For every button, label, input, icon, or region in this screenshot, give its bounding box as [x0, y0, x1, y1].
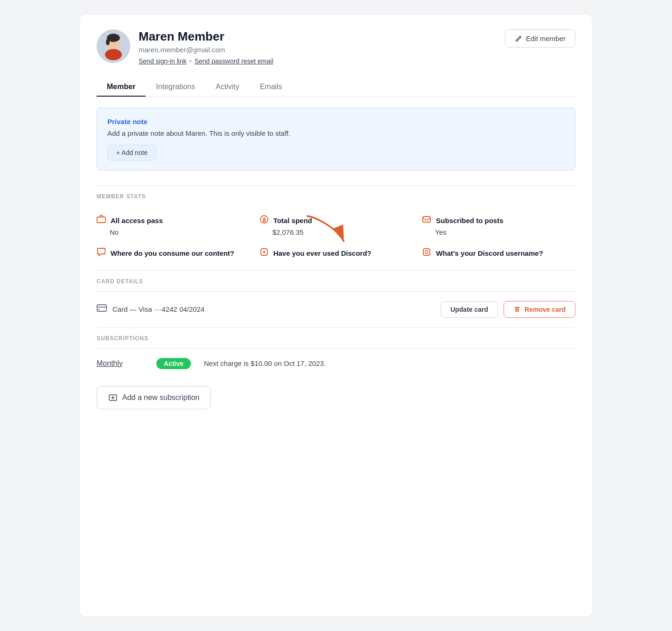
subscription-status-badge: Active	[156, 358, 191, 369]
subscribed-posts-label: Subscribed to posts	[436, 217, 503, 224]
send-password-reset-link[interactable]: Send password reset email	[195, 57, 273, 65]
all-access-label: All access pass	[111, 217, 163, 224]
remove-card-button[interactable]: Remove card	[504, 301, 575, 318]
subscriptions-section: SUBSCRIPTIONS Monthly Active Next charge…	[97, 327, 575, 409]
stat-subscribed-posts: Subscribed to posts Yes	[422, 215, 575, 236]
edit-member-button[interactable]: Edit member	[505, 29, 575, 48]
discord-username-label: What's your Discord username?	[436, 249, 543, 257]
total-spend-icon	[259, 215, 269, 226]
stat-consume-content: Where do you consume our content?	[97, 247, 250, 259]
svg-rect-6	[97, 217, 105, 223]
private-note-description: Add a private note about Maren. This is …	[107, 129, 565, 137]
subscription-name[interactable]: Monthly	[97, 359, 143, 368]
svg-rect-11	[423, 249, 430, 255]
subscription-row: Monthly Active Next charge is $10.00 on …	[97, 348, 575, 379]
svg-rect-14	[98, 309, 100, 310]
discord-username-icon	[422, 247, 431, 259]
credit-card-icon	[97, 304, 107, 315]
card-details-label: CARD DETAILS	[97, 270, 575, 291]
all-access-value: No	[110, 228, 250, 236]
discord-used-icon	[259, 247, 269, 259]
tab-member[interactable]: Member	[97, 78, 146, 97]
svg-marker-9	[98, 248, 105, 256]
stat-discord-username: What's your Discord username?	[422, 247, 575, 259]
member-stats-section: MEMBER STATS All access pass No	[97, 185, 575, 270]
svg-rect-8	[423, 217, 430, 222]
all-access-icon	[97, 215, 106, 226]
pencil-icon	[515, 35, 522, 42]
total-spend-label: Total spend	[273, 217, 312, 224]
card-actions: Update card Remove card	[441, 301, 575, 318]
stat-discord-used: Have you ever used Discord?	[259, 247, 413, 259]
member-name: Maren Member	[139, 29, 273, 44]
add-subscription-icon	[108, 393, 118, 402]
private-note-title: Private note	[107, 118, 565, 126]
stat-total-spend: Total spend $2,076.35	[259, 215, 413, 236]
tab-integrations[interactable]: Integrations	[146, 78, 205, 97]
svg-point-12	[425, 251, 428, 253]
svg-point-1	[105, 49, 122, 60]
consume-content-icon	[97, 247, 106, 259]
total-spend-value: $2,076.35	[273, 228, 413, 236]
add-subscription-button[interactable]: Add a new subscription	[97, 386, 211, 409]
subscriptions-label: SUBSCRIPTIONS	[97, 327, 575, 348]
member-links: Send sign-in link • Send password reset …	[139, 57, 273, 65]
svg-rect-13	[97, 305, 106, 311]
card-number-info: Card — Visa ····4242 04/2024	[112, 305, 204, 313]
subscription-info: Next charge is $10.00 on Oct 17, 2023.	[204, 359, 326, 367]
send-signin-link[interactable]: Send sign-in link	[139, 57, 187, 65]
card-info: Card — Visa ····4242 04/2024	[97, 304, 204, 315]
tab-activity[interactable]: Activity	[205, 78, 250, 97]
discord-used-label: Have you ever used Discord?	[273, 249, 371, 257]
main-card: Maren Member maren.member@gmail.com Send…	[79, 14, 593, 617]
member-email: maren.member@gmail.com	[139, 46, 273, 54]
subscribed-posts-icon	[422, 215, 431, 226]
stats-grid: All access pass No Total spend $2,076.35	[97, 206, 575, 270]
consume-content-label: Where do you consume our content?	[111, 249, 234, 257]
card-details-section: CARD DETAILS Card — Visa ····4242 04/202…	[97, 270, 575, 327]
trash-icon	[513, 306, 521, 313]
member-stats-label: MEMBER STATS	[97, 185, 575, 206]
svg-point-4	[106, 39, 110, 45]
private-note-box: Private note Add a private note about Ma…	[97, 108, 575, 170]
add-note-button[interactable]: + Add note	[107, 145, 156, 161]
subscribed-posts-value: Yes	[435, 228, 575, 236]
member-info-left: Maren Member maren.member@gmail.com Send…	[97, 29, 273, 65]
card-details-row: Card — Visa ····4242 04/2024 Update card…	[97, 291, 575, 327]
tab-emails[interactable]: Emails	[250, 78, 293, 97]
tabs-bar: Member Integrations Activity Emails	[97, 78, 575, 97]
member-text-info: Maren Member maren.member@gmail.com Send…	[139, 29, 273, 65]
member-header: Maren Member maren.member@gmail.com Send…	[97, 29, 575, 65]
avatar	[97, 29, 130, 63]
update-card-button[interactable]: Update card	[441, 301, 498, 318]
stat-all-access-pass: All access pass No	[97, 215, 250, 236]
